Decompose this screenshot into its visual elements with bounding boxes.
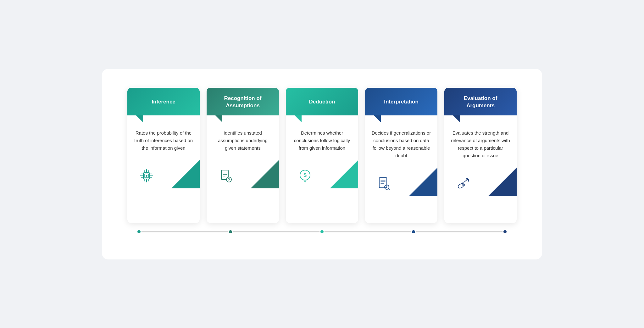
card-description-3: Determines whether conclusions follow lo…	[292, 129, 352, 152]
card-description-2: Identifies unstated assumptions underlyi…	[213, 129, 273, 152]
timeline-dots	[136, 229, 508, 234]
card-4: Interpretation Decides if generalization…	[365, 88, 437, 223]
card-icon-1	[138, 168, 155, 184]
card-title-3: Deduction	[309, 98, 335, 105]
card-header-5: Evaluation of Arguments	[444, 88, 517, 115]
svg-marker-24	[304, 181, 306, 183]
card-5: Evaluation of Arguments Evaluates the st…	[444, 88, 517, 223]
card-description-4: Decides if generalizations or conclusion…	[371, 129, 431, 159]
svg-rect-25	[379, 178, 387, 188]
svg-point-34	[468, 179, 469, 180]
card-footer-1	[127, 160, 200, 188]
card-header-4: Interpretation	[365, 88, 437, 115]
card-footer-2: ?	[207, 160, 279, 188]
svg-marker-14	[146, 175, 147, 177]
main-container: Inference Rates the probability of the t…	[102, 69, 542, 259]
card-title-4: Interpretation	[384, 98, 419, 105]
card-icon-2: ?	[218, 168, 234, 184]
timeline-dot-4	[411, 229, 416, 234]
card-footer-3: $	[286, 160, 358, 188]
timeline-dot-3	[319, 229, 325, 234]
timeline	[118, 229, 526, 234]
svg-line-30	[388, 189, 390, 190]
card-footer-5	[444, 168, 517, 196]
svg-text:$: $	[303, 172, 307, 178]
card-title-5: Evaluation of Arguments	[450, 95, 511, 109]
card-header-2: Recognition of Assumptions	[207, 88, 279, 115]
card-icon-3: $	[297, 168, 313, 184]
card-footer-4	[365, 168, 437, 196]
card-description-1: Rates the probability of the truth of in…	[134, 129, 193, 152]
card-icon-4	[376, 175, 392, 192]
svg-rect-32	[462, 182, 465, 186]
svg-text:?: ?	[228, 178, 230, 182]
cards-timeline-wrapper: Inference Rates the probability of the t…	[118, 88, 526, 234]
timeline-dot-2	[228, 229, 233, 234]
timeline-dot-1	[136, 229, 142, 234]
card-title-1: Inference	[152, 98, 175, 105]
timeline-dot-5	[502, 229, 508, 234]
card-1: Inference Rates the probability of the t…	[127, 88, 200, 223]
cards-row: Inference Rates the probability of the t…	[118, 88, 526, 223]
card-body-4: Decides if generalizations or conclusion…	[365, 115, 437, 164]
card-2: Recognition of Assumptions Identifies un…	[207, 88, 279, 223]
svg-line-33	[464, 180, 467, 182]
card-description-5: Evaluates the strength and relevance of …	[451, 129, 510, 159]
card-body-5: Evaluates the strength and relevance of …	[444, 115, 517, 164]
card-icon-5	[455, 175, 472, 192]
card-title-2: Recognition of Assumptions	[212, 95, 273, 109]
card-header-3: Deduction	[286, 88, 358, 115]
card-header-1: Inference	[127, 88, 200, 115]
card-3: Deduction Determines whether conclusions…	[286, 88, 358, 223]
